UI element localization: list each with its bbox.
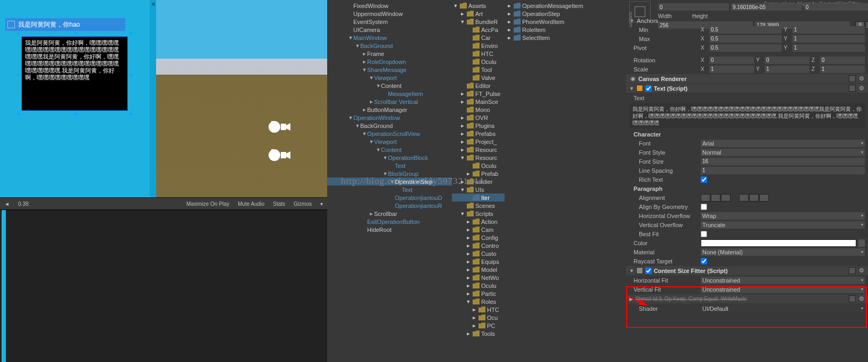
hierarchy-item[interactable]: ▼Viewport	[327, 74, 452, 82]
asset-item[interactable]: Oculu	[452, 162, 505, 170]
asset-item[interactable]: ▼Scripts	[452, 210, 505, 218]
rot-y-field[interactable]	[765, 57, 809, 64]
asset-item[interactable]: ►Tools	[452, 329, 505, 337]
asset-item[interactable]: ►HTC	[452, 305, 505, 313]
alignment-vertical-group[interactable]	[739, 194, 769, 202]
asset-item[interactable]: Scenes	[452, 202, 505, 210]
foldout-icon[interactable]: ▼	[376, 83, 381, 89]
gear-icon[interactable]: ⚙	[858, 267, 865, 274]
eyedropper-icon[interactable]	[858, 239, 865, 247]
pivot-x-field[interactable]	[709, 44, 782, 52]
prefab-item[interactable]: ►PhoneWordItem	[505, 18, 626, 26]
foldout-icon[interactable]: ►	[466, 267, 471, 272]
hierarchy-item[interactable]: ▼BlockGroup	[327, 170, 452, 178]
posx-field[interactable]	[658, 3, 729, 11]
foldout-icon[interactable]: ▼	[348, 35, 353, 41]
hierarchy-item[interactable]: ▼Viewport	[327, 138, 452, 146]
close-icon[interactable]: ×	[151, 0, 156, 8]
alignbygeometry-checkbox[interactable]	[701, 204, 707, 210]
horizoverflow-dropdown[interactable]: Wrap	[701, 212, 865, 220]
foldout-icon[interactable]: ▼	[460, 155, 465, 160]
foldout-icon[interactable]: ►	[507, 27, 512, 33]
asset-item[interactable]: Mono	[452, 106, 505, 114]
asset-item[interactable]: Iter	[452, 194, 505, 202]
hierarchy-item[interactable]: UICamera	[327, 26, 452, 34]
asset-item[interactable]: ►Plugins	[452, 122, 505, 130]
foldout-icon[interactable]: ►	[460, 99, 465, 104]
foldout-icon[interactable]: ►	[460, 147, 465, 152]
asset-item[interactable]: Editor	[452, 82, 505, 90]
asset-item[interactable]: ►PC	[452, 321, 505, 329]
hierarchy-item[interactable]: ExitOperationButton	[327, 218, 452, 226]
asset-item[interactable]: ▼BundleR	[452, 18, 505, 26]
gizmos-arrow-icon[interactable]: ▾	[320, 201, 323, 207]
text-component-header[interactable]: ▼Text (Script)⚙	[626, 84, 868, 93]
canvas-renderer-header[interactable]: ◉Canvas Renderer⚙	[626, 74, 868, 83]
material-field[interactable]: None (Material)	[701, 248, 865, 256]
asset-item[interactable]: ►Prefabs	[452, 130, 505, 138]
asset-item[interactable]: ►Equips	[452, 258, 505, 266]
hierarchy-item[interactable]: ►Frame	[327, 50, 452, 58]
help-icon[interactable]	[849, 75, 856, 82]
foldout-icon[interactable]: ▼	[362, 131, 367, 136]
rot-x-field[interactable]	[709, 57, 754, 64]
asset-item[interactable]: Enviro	[452, 42, 505, 50]
prefab-item[interactable]: ►OperationMessageItem	[505, 2, 626, 10]
prefab-item[interactable]: ►SelectItem	[505, 34, 626, 42]
inspector-panel[interactable]: Some values driven by ContentSizeFitter.…	[626, 0, 868, 362]
hierarchy-item[interactable]: Text	[327, 162, 452, 170]
foldout-icon[interactable]: ▼	[348, 115, 353, 120]
hierarchy-item[interactable]: OperationjiantouD	[327, 194, 452, 202]
foldout-icon[interactable]: ►	[460, 91, 465, 96]
scale-z-field[interactable]	[820, 66, 865, 73]
foldout-icon[interactable]: ▼	[369, 139, 374, 144]
asset-item[interactable]: ►FT_Pulse	[452, 90, 505, 98]
hierarchy-item[interactable]: OperationjiantouR	[327, 202, 452, 210]
anchor-maxx-field[interactable]	[709, 35, 782, 43]
vertoverflow-dropdown[interactable]: Truncate	[701, 221, 865, 229]
foldout-icon[interactable]: ►	[466, 331, 471, 336]
asset-item[interactable]: ►Partic	[452, 289, 505, 297]
hierarchy-item[interactable]: ▼BackGround	[327, 122, 452, 130]
horizfit-dropdown[interactable]: Unconstrained	[701, 277, 865, 284]
selected-object-tag[interactable]: 我是阿黄阿黄，你hao	[5, 18, 125, 31]
foldout-icon[interactable]: ▼	[460, 211, 465, 216]
foldout-icon[interactable]: ►	[460, 11, 465, 17]
foldout-icon[interactable]: ►	[466, 283, 471, 288]
hierarchy-item[interactable]: MessageItem	[327, 90, 452, 98]
foldout-icon[interactable]: ►	[460, 123, 465, 128]
prefab-item[interactable]: ►RoleItem	[505, 26, 626, 34]
hierarchy-item[interactable]: FixedWindow	[327, 2, 452, 10]
hierarchy-item[interactable]: EventSystem	[327, 18, 452, 26]
linespacing-field[interactable]	[701, 167, 865, 174]
raw-edit-button[interactable]: R	[865, 21, 868, 29]
alignment-horizontal-group[interactable]	[701, 194, 731, 202]
foldout-icon[interactable]: ▼	[355, 123, 360, 128]
foldout-icon[interactable]: ►	[466, 291, 471, 296]
foldout-icon[interactable]: ►	[466, 251, 471, 256]
foldout-icon[interactable]: ▼	[355, 43, 360, 49]
fontstyle-dropdown[interactable]: Normal	[701, 149, 865, 156]
foldout-icon[interactable]: ►	[460, 131, 465, 136]
scale-y-field[interactable]	[765, 66, 809, 73]
gizmos-dropdown[interactable]: Gizmos	[294, 201, 312, 207]
scene-view[interactable]: × 我是阿黄阿黄，你hao 我是阿黄阿黄，你好啊，嘿嘿嘿嘿嘿嘿嘿嘿嘿嘿嘿嘿嘿嘿嘿…	[0, 0, 327, 197]
maximize-on-play-toggle[interactable]: Maximize On Play	[186, 201, 230, 207]
hierarchy-item[interactable]: UppermostWindow	[327, 10, 452, 18]
foldout-icon[interactable]: ▼	[383, 171, 388, 176]
foldout-icon[interactable]: ►	[362, 107, 367, 112]
scale-x-field[interactable]	[709, 66, 754, 73]
asset-item[interactable]: ►Art	[452, 10, 505, 18]
foldout-icon[interactable]: ►	[466, 275, 471, 280]
hierarchy-item[interactable]: ►Scrollbar	[327, 210, 452, 218]
asset-item[interactable]: ►Model	[452, 266, 505, 273]
hierarchy-item[interactable]: ▼OperationStep	[327, 178, 452, 186]
foldout-icon[interactable]: ►	[460, 115, 465, 120]
text-enable-checkbox[interactable]	[645, 85, 652, 92]
hierarchy-item[interactable]: ►Scrollbar Vertical	[327, 98, 452, 106]
font-field[interactable]: Arial	[701, 140, 865, 147]
help-icon[interactable]	[849, 85, 856, 92]
gear-icon[interactable]: ⚙	[858, 85, 865, 92]
asset-item[interactable]: ▼UIs	[452, 186, 505, 194]
hierarchy-item[interactable]: ►ButtonManager	[327, 106, 452, 114]
